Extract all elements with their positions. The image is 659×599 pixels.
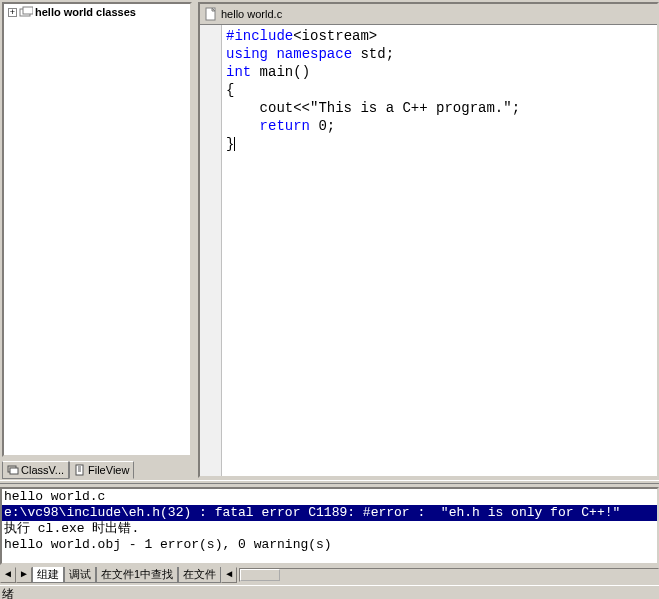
status-bar: 绪 bbox=[0, 585, 659, 599]
scroll-left-button[interactable]: ◄ bbox=[0, 567, 16, 583]
tab-fileview-label: FileView bbox=[88, 464, 129, 476]
output-line: hello world.c bbox=[2, 489, 657, 505]
svg-rect-4 bbox=[10, 468, 18, 474]
c-file-icon bbox=[204, 7, 218, 21]
tab-classview-label: ClassV... bbox=[21, 464, 64, 476]
status-text: 绪 bbox=[2, 587, 14, 599]
tab-fileview[interactable]: FileView bbox=[69, 461, 134, 479]
output-tab-find2[interactable]: 在文件 bbox=[178, 567, 221, 583]
tree-root-label: hello world classes bbox=[35, 6, 136, 18]
tab-classview[interactable]: ClassV... bbox=[2, 461, 69, 479]
output-tab-find1[interactable]: 在文件1中查找 bbox=[96, 567, 178, 583]
output-tab-build[interactable]: 组建 bbox=[32, 567, 64, 583]
editor-wrap: #include<iostream> using namespace std; … bbox=[200, 24, 657, 476]
scroll-right-button[interactable]: ► bbox=[16, 567, 32, 583]
fileview-tab-icon bbox=[74, 464, 86, 476]
scroll-left2-button[interactable]: ◄ bbox=[221, 567, 237, 583]
output-error-line[interactable]: e:\vc98\include\eh.h(32) : fatal error C… bbox=[2, 505, 657, 521]
tree-expand-icon[interactable]: + bbox=[8, 8, 17, 17]
scrollbar-thumb[interactable] bbox=[240, 569, 280, 581]
output-hscrollbar[interactable] bbox=[239, 568, 659, 582]
tree-root-row[interactable]: + hello world classes bbox=[4, 4, 190, 20]
horizontal-splitter[interactable] bbox=[0, 480, 659, 484]
output-line: 执行 cl.exe 时出错. bbox=[2, 521, 657, 537]
editor-filename: hello world.c bbox=[221, 8, 282, 20]
code-editor[interactable]: #include<iostream> using namespace std; … bbox=[222, 25, 657, 476]
output-tabs-bar: ◄ ► 组建 调试 在文件1中查找 在文件 ◄ bbox=[0, 566, 659, 584]
classview-tab-icon bbox=[7, 464, 19, 476]
output-panel[interactable]: hello world.c e:\vc98\include\eh.h(32) :… bbox=[0, 487, 659, 565]
editor-titlebar: hello world.c bbox=[200, 4, 657, 24]
classes-icon bbox=[19, 6, 33, 18]
output-line: hello world.obj - 1 error(s), 0 warning(… bbox=[2, 537, 657, 553]
svg-rect-1 bbox=[23, 7, 33, 14]
output-tab-debug[interactable]: 调试 bbox=[64, 567, 96, 583]
class-view-panel: + hello world classes bbox=[2, 2, 192, 457]
editor-area: hello world.c #include<iostream> using n… bbox=[198, 2, 659, 478]
workspace-tabs: ClassV... FileView bbox=[2, 461, 134, 479]
editor-gutter bbox=[200, 25, 222, 476]
